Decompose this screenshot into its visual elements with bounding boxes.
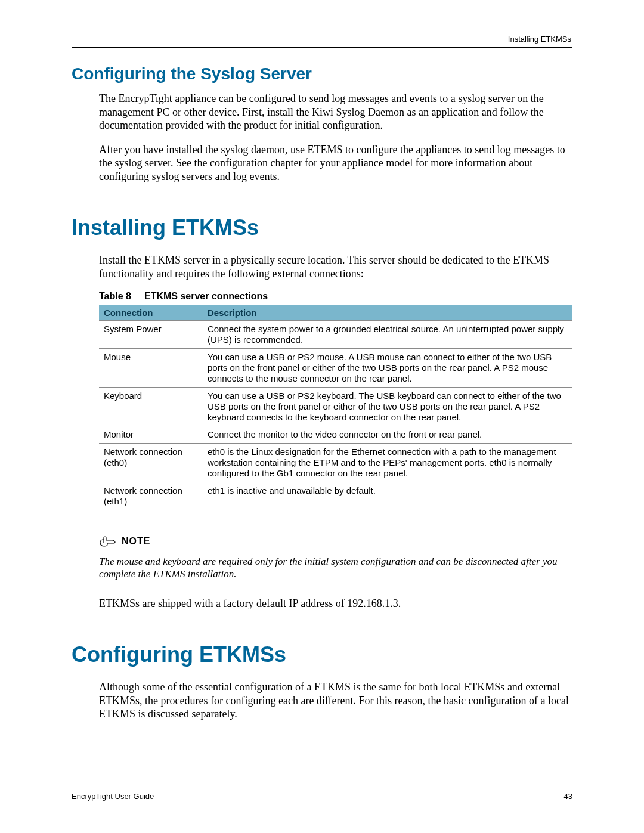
table-row: Keyboard You can use a USB or PS2 keyboa… bbox=[99, 388, 572, 426]
cell-description: eth1 is inactive and unavailable by defa… bbox=[203, 482, 572, 510]
paragraph: The EncrypTight appliance can be configu… bbox=[99, 92, 572, 132]
etkms-connections-table: Connection Description System Power Conn… bbox=[99, 305, 572, 510]
note-rule-bottom bbox=[99, 586, 572, 586]
cell-description: eth0 is the Linux designation for the Et… bbox=[203, 444, 572, 482]
note-body: The mouse and keyboard are required only… bbox=[99, 555, 572, 581]
content-body: Configuring the Syslog Server The Encryp… bbox=[72, 64, 572, 732]
table-row: System Power Connect the system power to… bbox=[99, 321, 572, 349]
heading-installing-etkmss: Installing ETKMSs bbox=[72, 215, 572, 240]
table-row: Mouse You can use a USB or PS2 mouse. A … bbox=[99, 349, 572, 388]
table-row: Network connection (eth1) eth1 is inacti… bbox=[99, 482, 572, 510]
note-rule-top bbox=[99, 550, 572, 550]
table-header-row: Connection Description bbox=[99, 305, 572, 321]
cell-description: You can use a USB or PS2 mouse. A USB mo… bbox=[203, 349, 572, 388]
cell-connection: Keyboard bbox=[99, 388, 203, 426]
cell-connection: Network connection (eth0) bbox=[99, 444, 203, 482]
table-caption-prefix: Table 8 bbox=[99, 291, 131, 301]
cell-connection: Network connection (eth1) bbox=[99, 482, 203, 510]
table-caption-title: ETKMS server connections bbox=[144, 291, 268, 301]
table-row: Monitor Connect the monitor to the video… bbox=[99, 426, 572, 444]
note-block: NOTE The mouse and keyboard are required… bbox=[99, 535, 572, 586]
table-header-connection: Connection bbox=[99, 305, 203, 321]
paragraph: Although some of the essential configura… bbox=[99, 680, 572, 721]
paragraph: After you have installed the syslog daem… bbox=[99, 143, 572, 184]
header-rule bbox=[72, 47, 572, 48]
paragraph: ETKMSs are shipped with a factory defaul… bbox=[99, 597, 572, 611]
table-header-description: Description bbox=[203, 305, 572, 321]
page-footer: EncrypTight User Guide 43 bbox=[72, 792, 572, 801]
paragraph: Install the ETKMS server in a physically… bbox=[99, 253, 572, 280]
cell-connection: Mouse bbox=[99, 349, 203, 388]
footer-title: EncrypTight User Guide bbox=[72, 792, 154, 801]
heading-configuring-etkmss: Configuring ETKMSs bbox=[72, 642, 572, 667]
note-label: NOTE bbox=[122, 536, 150, 547]
running-header: Installing ETKMSs bbox=[508, 35, 571, 44]
pointing-hand-icon bbox=[99, 535, 117, 547]
heading-configuring-syslog: Configuring the Syslog Server bbox=[72, 64, 572, 83]
cell-description: Connect the system power to a grounded e… bbox=[203, 321, 572, 349]
cell-description: You can use a USB or PS2 keyboard. The U… bbox=[203, 388, 572, 426]
cell-connection: System Power bbox=[99, 321, 203, 349]
cell-description: Connect the monitor to the video connect… bbox=[203, 426, 572, 444]
page-number: 43 bbox=[564, 792, 572, 801]
table-caption: Table 8ETKMS server connections bbox=[99, 291, 572, 302]
table-row: Network connection (eth0) eth0 is the Li… bbox=[99, 444, 572, 482]
cell-connection: Monitor bbox=[99, 426, 203, 444]
page: Installing ETKMSs Configuring the Syslog… bbox=[0, 0, 644, 833]
